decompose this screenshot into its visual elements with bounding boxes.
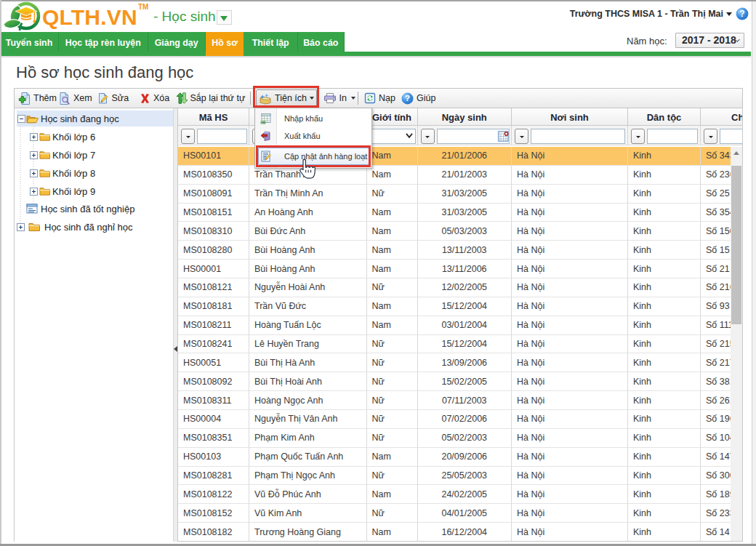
svg-text:?: ? [739,9,744,19]
svg-text:?: ? [405,94,410,103]
